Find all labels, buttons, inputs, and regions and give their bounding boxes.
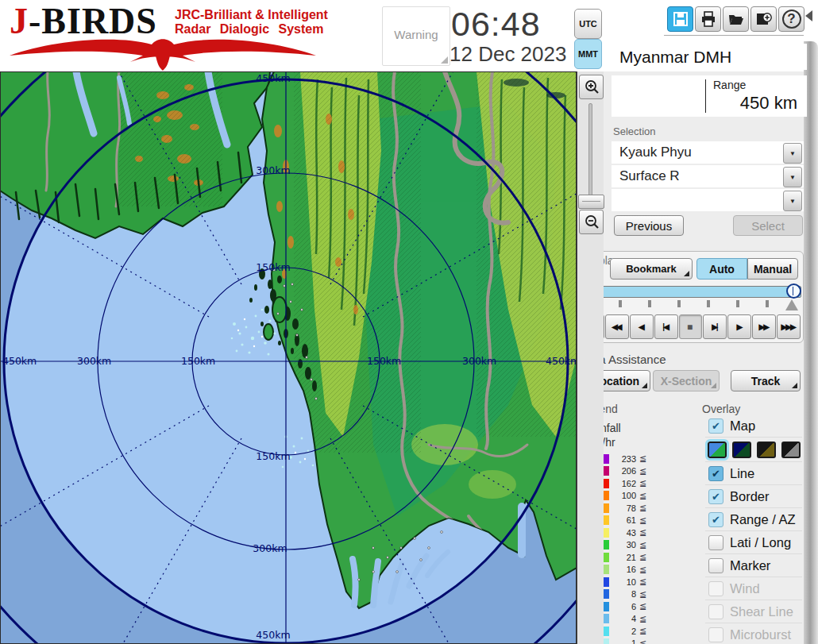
legend-value: 10 — [614, 577, 636, 587]
overlay-label: Overlay — [702, 403, 740, 415]
warning-panel[interactable]: Warning — [382, 6, 450, 66]
clock-date: 12 Dec 2023 — [450, 42, 566, 67]
slider-tick — [648, 300, 651, 307]
track-label: Track — [751, 375, 781, 388]
checkbox-checked-icon[interactable]: ✔ — [708, 489, 723, 504]
jbirds-logo: J-BIRDS JRC-Brilliant & Intelligent Rada… — [6, 3, 324, 70]
jbirds-window: 450km 300km 150km 150km 300km 450km 450k… — [0, 0, 818, 644]
selection-label: Selection — [613, 125, 655, 137]
range-label: Range — [713, 79, 746, 91]
legend-value: 162 — [614, 479, 636, 488]
lte-icon: ≦ — [639, 638, 646, 644]
overlay-item-label: Wind — [730, 581, 760, 596]
replay-progress-slider[interactable] — [585, 286, 801, 298]
select-button[interactable]: Select — [733, 215, 803, 236]
stop-button[interactable]: ■ — [679, 314, 703, 339]
map-style-2[interactable] — [732, 442, 751, 458]
overlay-row-wind: Wind — [705, 577, 802, 600]
product-dropdown-value: Surface R — [619, 165, 680, 187]
collapse-arrow-icon[interactable] — [805, 10, 812, 21]
range-marker-right[interactable] — [785, 299, 798, 310]
lte-icon: ≦ — [639, 453, 646, 464]
bookmark-button[interactable]: Bookmark — [610, 258, 693, 280]
lte-icon: ≦ — [639, 589, 646, 600]
add-window-button[interactable] — [750, 6, 777, 32]
zoom-slider-handle[interactable] — [578, 195, 604, 209]
dropdown-caret-icon[interactable]: ▼ — [783, 167, 802, 187]
lte-icon: ≦ — [639, 503, 646, 513]
checkbox-checked-icon[interactable]: ✔ — [708, 418, 723, 434]
lte-icon: ≦ — [639, 614, 646, 624]
toolbar-separator — [664, 35, 804, 36]
mmt-button[interactable]: MMT — [574, 39, 602, 69]
svg-text:450km: 450km — [2, 355, 37, 367]
svg-text:450km: 450km — [546, 355, 577, 367]
product-dropdown[interactable]: Surface R ▼ — [612, 165, 804, 187]
magnifier-minus-icon — [584, 214, 600, 230]
map-style-4[interactable] — [781, 442, 801, 458]
overlay-item-label: Map — [730, 418, 755, 434]
resize-grip-icon[interactable] — [441, 56, 448, 64]
xsection-button[interactable]: X-Section — [653, 370, 720, 391]
map-style-3[interactable] — [757, 442, 776, 458]
help-button[interactable]: ? — [778, 6, 804, 32]
eagle-icon — [6, 35, 320, 71]
dropdown-caret-icon[interactable]: ▼ — [783, 143, 802, 164]
svg-text:150km: 150km — [256, 261, 290, 273]
legend-value: 4 — [614, 614, 636, 623]
overlay-row-map[interactable]: ✔ Map — [705, 415, 802, 438]
manual-button[interactable]: Manual — [747, 258, 798, 280]
forward-fast-button[interactable]: ▶▶▶ — [777, 314, 801, 339]
slider-tick — [677, 300, 681, 307]
map-style-1[interactable] — [708, 442, 727, 458]
radar-map[interactable]: 450km 300km 150km 150km 300km 450km 450k… — [0, 71, 577, 644]
lte-icon: ≦ — [639, 577, 646, 587]
legend-value: 61 — [614, 515, 636, 525]
xsection-label: X-Section — [661, 375, 712, 388]
range-value: 450 km — [740, 93, 797, 114]
overlay-row-range-az[interactable]: ✔ Range / AZ — [705, 508, 802, 531]
play-button[interactable]: ▶ — [727, 314, 751, 339]
rewind-button[interactable]: ◀◀ — [605, 314, 629, 339]
playback-controls: ◀◀◀ ◀◀ ◀ |◀ ■ ▶| ▶ ▶▶ ▶▶▶ — [581, 314, 801, 339]
option-dropdown[interactable]: ▼ — [612, 189, 804, 211]
checkbox-checked-icon[interactable]: ✔ — [708, 512, 723, 527]
overlay-row-marker[interactable]: Marker — [705, 554, 802, 577]
slider-thumb[interactable] — [786, 283, 801, 299]
play-back-button[interactable]: ◀ — [630, 314, 654, 339]
overlay-row-shear-line: Shear Line — [705, 600, 802, 623]
open-folder-button[interactable] — [723, 6, 749, 32]
overlay-row-border[interactable]: ✔ Border — [705, 485, 802, 508]
dropdown-caret-icon[interactable]: ▼ — [783, 191, 802, 211]
auto-button[interactable]: Auto — [696, 258, 747, 280]
legend-value: 6 — [614, 602, 636, 611]
checkbox-unchecked-icon[interactable] — [708, 535, 723, 550]
question-icon: ? — [782, 10, 801, 29]
legend-value: 100 — [614, 491, 636, 500]
step-back-button[interactable]: |◀ — [654, 314, 678, 339]
overlay-row-lati-long[interactable]: Lati / Long — [705, 531, 802, 554]
overlay-row-line[interactable]: ✔ Line — [705, 462, 802, 485]
zoom-out-button[interactable] — [579, 210, 604, 234]
utc-button[interactable]: UTC — [574, 9, 602, 39]
folder-icon — [728, 11, 744, 27]
legend-value: 1 — [614, 638, 636, 644]
overlay-item-label: Lati / Long — [730, 535, 791, 550]
previous-button[interactable]: Previous — [614, 215, 684, 236]
track-button[interactable]: Track — [731, 370, 801, 391]
print-button[interactable] — [695, 6, 721, 32]
save-button[interactable] — [667, 6, 693, 32]
lte-icon: ≦ — [639, 601, 646, 611]
zoom-in-button[interactable] — [579, 75, 604, 99]
zoom-slider-track[interactable] — [588, 103, 592, 206]
step-forward-button[interactable]: ▶| — [703, 314, 727, 339]
forward-button[interactable]: ▶▶ — [752, 314, 776, 339]
site-dropdown[interactable]: Kyauk Phyu ▼ — [612, 141, 804, 164]
checkbox-checked-icon[interactable]: ✔ — [708, 466, 723, 481]
checkbox-unchecked-icon[interactable] — [708, 558, 723, 573]
logo-tagline-1: JRC-Brilliant & Intelligent — [175, 8, 328, 22]
map-style-swatches — [705, 438, 802, 462]
overlay-row-microburst: Microburst — [705, 623, 802, 644]
legend-value: 16 — [614, 565, 636, 574]
menu-corner-icon — [711, 383, 716, 388]
